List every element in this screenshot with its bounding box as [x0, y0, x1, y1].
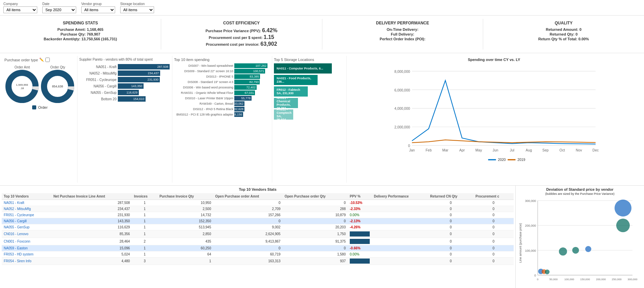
delivery-cell: [372, 200, 428, 206]
ppv-cell: 0.00%: [348, 212, 372, 218]
net-amnt-cell: 15,096: [51, 245, 132, 251]
table-row[interactable]: NA052 - MitsuMfg 234,437 1 2,500 2,709 2…: [2, 206, 514, 212]
pareto-bar-value: 231,930: [147, 78, 158, 81]
item-bar-label: DIS013 - IPHONE 5: [174, 75, 233, 78]
storage-filter-select[interactable]: All items: [120, 6, 154, 13]
table-row[interactable]: NA056 - Cargill 143,350 1 152,350 0 0 -2…: [2, 218, 514, 224]
open-amnt-cell: 0: [213, 200, 282, 206]
legend-dot: [32, 105, 36, 109]
delivery-cell: [372, 218, 428, 224]
proc-cell: 0: [473, 224, 514, 230]
svg-text:Apr: Apr: [459, 148, 465, 152]
item-bar-row: DIS010 - Laser Printer B&W 10ppm 55,778: [174, 96, 270, 101]
open-amnt-cell: 2,709: [213, 206, 282, 212]
date-filter-select[interactable]: Sep 2020: [42, 6, 76, 13]
vendors-table-title: Top 10 Vendors Stats: [2, 187, 514, 191]
returned-cell: 0: [428, 206, 473, 212]
vendor-filter-select[interactable]: All items: [81, 6, 115, 13]
order-amt-label: Order Amt: [15, 65, 30, 69]
company-filter-select[interactable]: All items: [3, 6, 37, 13]
table-row[interactable]: FR053 - HD system 5,024 1 64 60,719 1,58…: [2, 251, 514, 258]
return-pct-value: 0.00%: [578, 37, 589, 41]
table-column-header: PPV %: [348, 193, 372, 200]
pareto-bar-label: NA056 - Cargill: [79, 84, 116, 88]
item-bar-value: 28,156: [233, 113, 242, 116]
pareto-bar-row: NA056 - Cargill 143,350: [79, 83, 170, 89]
open-amnt-cell: 60,719: [213, 251, 282, 258]
top10-items-title: Top 10 item spending: [174, 58, 270, 62]
vendor-name-cell: NA056 - Cargill: [2, 218, 51, 224]
net-amnt-cell: 231,930: [51, 212, 132, 218]
spending-stats-title: SPENDING STATS: [5, 21, 156, 25]
table-row[interactable]: FR054 - Siren Info 4,480 3 1 163,313 937…: [2, 258, 514, 265]
storage-bar-text: NA021 - Food Products, 236...: [277, 77, 315, 83]
item-bar-fill: 72,402: [234, 85, 257, 90]
table-body[interactable]: NA051 - Kraft 287,508 1 10,950 0 0 -10.5…: [2, 200, 514, 265]
returned-amount-line: Returned Amount: 0: [488, 27, 639, 32]
ppv-cell: -4.26%: [348, 224, 372, 230]
svg-point-55: [572, 247, 579, 254]
table-row[interactable]: NA059 - Easton 15,096 1 60,250 0 0 -0.66…: [2, 245, 514, 251]
storage-bar-fill: FR012 - Fabtech SA, 231,930: [274, 86, 308, 97]
returned-cell: 0: [428, 238, 473, 245]
invoices-cell: 2: [132, 238, 157, 245]
item-bar-fill: 33,062: [234, 101, 244, 106]
purchase-amnt-label: Purchase Amnt:: [57, 27, 86, 32]
storage-title: Top 5 Storage Locations: [274, 58, 345, 62]
purchase-amnt-value: 1,168,465: [87, 27, 103, 32]
svg-point-0: [8, 73, 36, 100]
table-row[interactable]: CN001 - Foxconn 28,464 2 435 9,413,867 9…: [2, 238, 514, 245]
cost-per-spent-value: 1.15: [264, 34, 274, 40]
svg-rect-29: [488, 159, 496, 160]
inv-qty-cell: 513,945: [157, 224, 213, 230]
storage-bar-row: FR011 - Comptech SA, 25,924: [274, 109, 345, 120]
delivery-cell: [372, 212, 428, 218]
invoices-cell: 1: [132, 251, 157, 258]
ppv-label: Purchase Price Variance (PPV):: [206, 29, 261, 33]
quality-block: QUALITY Returned Amount: 0 Returned Qty:…: [483, 19, 644, 49]
proc-cell: 0: [473, 200, 514, 206]
open-qty-cell: 288: [282, 206, 348, 212]
pareto-bar-label: Bottom 20: [79, 97, 116, 101]
purchase-qty-line: Purchase Qty: 769,907: [5, 32, 156, 36]
svg-text:Sep: Sep: [542, 148, 549, 152]
item-bar-fill: 107,262: [234, 63, 267, 68]
pareto-bar-value: 143,350: [131, 84, 142, 88]
storage-bar-row: NA023 - Chemical Products, 28,762: [274, 98, 345, 108]
edit-icon[interactable]: ✏️: [39, 58, 44, 62]
storage-bar-fill: NA011 - Computer Products, 6...: [274, 63, 332, 74]
table-row[interactable]: NA051 - Kraft 287,508 1 10,950 0 0 -10.5…: [2, 200, 514, 206]
return-pct-line: Return Qty % of Total: 0.00%: [488, 37, 639, 41]
open-amnt-cell: 0: [213, 218, 282, 224]
svg-text:300,000: 300,000: [525, 199, 536, 203]
net-amnt-cell: 143,350: [51, 218, 132, 224]
invoices-cell: 1: [132, 218, 157, 224]
svg-text:Jan: Jan: [409, 148, 415, 152]
item-bar-fill: 82,793: [234, 80, 260, 84]
pareto-bar-row: Bottom 20 154,610: [79, 96, 170, 102]
invoices-cell: 3: [132, 258, 157, 265]
open-amnt-cell: 9,002: [213, 224, 282, 230]
item-bar-row: DIS007 - Win based spreadsheet 107,262: [174, 63, 270, 68]
donut-row: Order Amt 1,949,993 .18 Order Qty 854,63…: [4, 65, 76, 103]
table-row[interactable]: NA055 - GenSup 116,629 1 513,945 9,002 2…: [2, 224, 514, 230]
company-filter-group: Company All items: [3, 2, 37, 13]
item-bar-row: DIS013 - IPHONE 5 83,385: [174, 74, 270, 79]
supplier-pareto-section: Supplier Pareto - vendors with 80% of to…: [77, 56, 172, 183]
filter-bar: Company All items Date Sep 2020 Vendor g…: [0, 0, 644, 16]
legend-label: Order: [38, 105, 47, 109]
returned-cell: 0: [428, 245, 473, 251]
returned-cell: 0: [428, 224, 473, 230]
vendors-table: Top 10 VendorsNet Purchase Invoice Line …: [2, 193, 514, 265]
order-type-checkbox[interactable]: [45, 58, 50, 62]
proc-cell: 0: [473, 212, 514, 218]
table-column-header: Open Purchase order Amnt: [213, 193, 282, 200]
table-row[interactable]: CN016 - Lenovo 85,356 1 2,850 2,624,905 …: [2, 230, 514, 238]
storage-bar-row: NA011 - Computer Products, 6...: [274, 63, 345, 74]
vendor-name-cell: NA055 - GenSup: [2, 224, 51, 230]
table-row[interactable]: FR051 - Cycleurope 231,930 1 14,732 157,…: [2, 212, 514, 218]
svg-text:150,000: 150,000: [580, 278, 590, 281]
pareto-bar-fill: 143,350: [118, 83, 144, 89]
item-bar-value: 72,402: [246, 86, 256, 89]
poi-label: Perfect Order Index (POI):: [380, 37, 425, 41]
